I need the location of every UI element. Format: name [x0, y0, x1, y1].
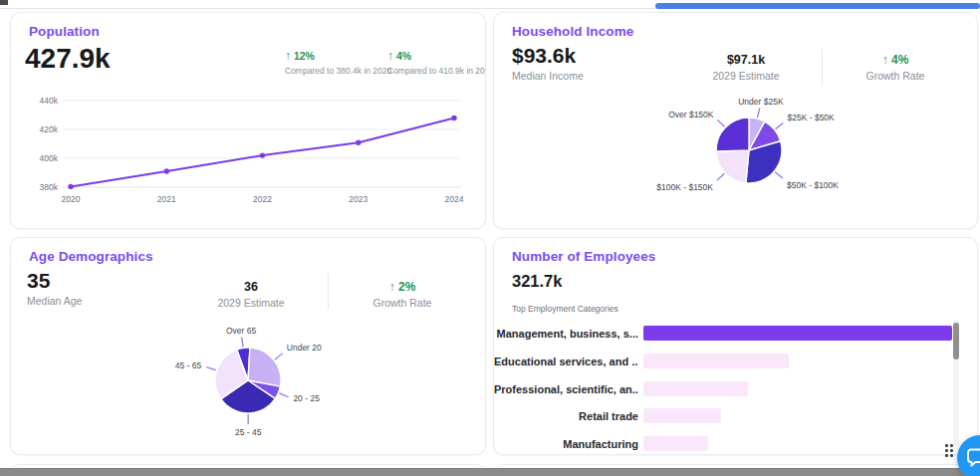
y-axis-tick-label: 400k — [40, 153, 59, 163]
median-age-value: 35 — [27, 269, 50, 293]
population-card-title: Population — [29, 24, 100, 39]
growth-label: Growth Rate — [836, 70, 955, 82]
employees-card: Number of Employees 321.7k Top Employmen… — [493, 237, 978, 455]
top-scrollbar-thumb[interactable] — [655, 3, 980, 9]
x-axis-tick-label: 2021 — [157, 194, 176, 204]
data-point — [356, 140, 361, 145]
population-card: Population 427.9k ↑ 12% Compared to 380.… — [10, 12, 486, 229]
bar-category-label: Management, business, s... — [494, 328, 638, 340]
y-axis-tick-label: 420k — [40, 124, 59, 134]
bar — [643, 354, 789, 368]
age-estimate-stat: 36 2029 Estimate — [191, 280, 311, 309]
age-pie-chart: Over 65Under 2020 - 2525 - 4545 - 65 — [111, 323, 389, 447]
pie-label-line — [717, 119, 724, 126]
x-axis-tick-label: 2024 — [445, 194, 464, 204]
y-axis-tick-label: 380k — [40, 182, 59, 192]
up-arrow-icon: ↑ — [387, 49, 393, 63]
age-demographics-card-title: Age Demographics — [29, 249, 153, 264]
bar-row: Management, business, s... — [494, 326, 977, 342]
trend-line — [71, 119, 454, 187]
bar-category-label: Retail trade — [494, 410, 638, 422]
bar-category-label: Educational services, and ... — [494, 356, 638, 367]
growth-percent: ↑ 12% — [285, 49, 394, 63]
pie-slice-label: Under 20 — [287, 343, 322, 353]
card-scrollbar-thumb[interactable] — [953, 323, 959, 359]
growth-note: Compared to 410.9k in 2023 — [387, 66, 486, 76]
estimate-label: 2029 Estimate — [686, 70, 806, 82]
data-point — [260, 152, 265, 157]
bar — [643, 326, 952, 341]
bar-category-label: Manufacturing — [494, 438, 638, 450]
data-point — [68, 184, 73, 189]
bar-category-label: Professional, scientific, an... — [494, 383, 638, 395]
pie-slice-label: $50K - $100K — [787, 180, 839, 190]
pie-slice — [716, 150, 749, 183]
household-income-pie-chart: Under $25K$25K - $50K$50K - $100K$100K -… — [623, 98, 882, 215]
x-axis-tick-label: 2022 — [253, 194, 272, 204]
x-axis-tick-label: 2023 — [349, 194, 368, 204]
bar — [643, 436, 708, 451]
pie-label-line — [758, 108, 760, 118]
divider — [328, 274, 329, 310]
estimate-value: 36 — [191, 280, 311, 294]
growth-value: ↑ 4% — [836, 53, 955, 67]
population-value: 427.9k — [25, 43, 111, 75]
pie-slice-label: 20 - 25 — [293, 393, 320, 403]
income-estimate-stat: $97.1k 2029 Estimate — [686, 53, 806, 82]
data-point — [164, 168, 169, 173]
growth-note: Compared to 380.4k in 2020 — [285, 66, 394, 76]
chat-icon — [967, 448, 980, 467]
up-arrow-icon: ↑ — [882, 53, 888, 67]
growth-indicator-2023: ↑ 4% Compared to 410.9k in 2023 — [387, 49, 486, 76]
pie-label-line — [242, 338, 244, 348]
population-line-chart: 380k400k420k440k20202021202220232024 — [25, 91, 479, 220]
pie-label-line — [206, 367, 216, 370]
data-point — [451, 116, 456, 120]
pie-slice-label: 25 - 45 — [235, 427, 262, 437]
estimate-value: $97.1k — [686, 53, 806, 67]
growth-percent: ↑ 4% — [387, 49, 486, 63]
pie-slice-label: 45 - 65 — [175, 360, 202, 370]
median-age-label: Median Age — [27, 295, 82, 307]
household-income-card-title: Household Income — [512, 24, 633, 39]
pie-slice-label: $25K - $50K — [788, 113, 836, 122]
household-income-card: Household Income $93.6k Median Income $9… — [493, 12, 978, 229]
employment-bar-chart: Management, business, s...Educational se… — [494, 238, 977, 454]
up-arrow-icon: ↑ — [389, 280, 395, 294]
pie-slice-label: Under $25K — [738, 98, 784, 107]
pie-label-line — [275, 354, 283, 359]
up-arrow-icon: ↑ — [285, 49, 291, 63]
bar-row: Educational services, and ... — [494, 354, 977, 369]
bar-row: Manufacturing — [494, 436, 977, 452]
bar — [643, 381, 748, 396]
age-growth-stat: ↑ 2% Growth Rate — [343, 280, 462, 309]
pie-slice-label: Over $150K — [668, 110, 714, 119]
income-growth-stat: ↑ 4% Growth Rate — [836, 53, 955, 82]
growth-label: Growth Rate — [343, 297, 462, 309]
bottom-scrollbar-thumb[interactable] — [0, 468, 980, 476]
bar-row: Professional, scientific, an... — [494, 381, 977, 397]
y-axis-tick-label: 440k — [40, 96, 59, 106]
pie-label-line — [717, 173, 724, 180]
pie-label-line — [280, 393, 289, 397]
estimate-label: 2029 Estimate — [191, 297, 311, 309]
pie-slice-label: $100K - $150K — [656, 182, 713, 192]
growth-value: ↑ 2% — [343, 280, 462, 294]
divider — [822, 49, 823, 85]
median-income-label: Median Income — [512, 70, 584, 82]
drag-handle-icon[interactable] — [945, 444, 953, 459]
pie-label-line — [776, 123, 784, 129]
median-income-value: $93.6k — [512, 44, 576, 68]
age-demographics-card: Age Demographics 35 Median Age 36 2029 E… — [10, 237, 486, 455]
pie-slice-label: Over 65 — [226, 326, 257, 336]
growth-indicator-2020: ↑ 12% Compared to 380.4k in 2020 — [285, 49, 394, 76]
bar — [643, 408, 721, 423]
window-corner — [0, 0, 8, 5]
pie-label-line — [775, 172, 783, 178]
bar-row: Retail trade — [494, 408, 977, 424]
x-axis-tick-label: 2020 — [62, 194, 81, 204]
analytics-dashboard: Population 427.9k ↑ 12% Compared to 380.… — [0, 0, 980, 476]
